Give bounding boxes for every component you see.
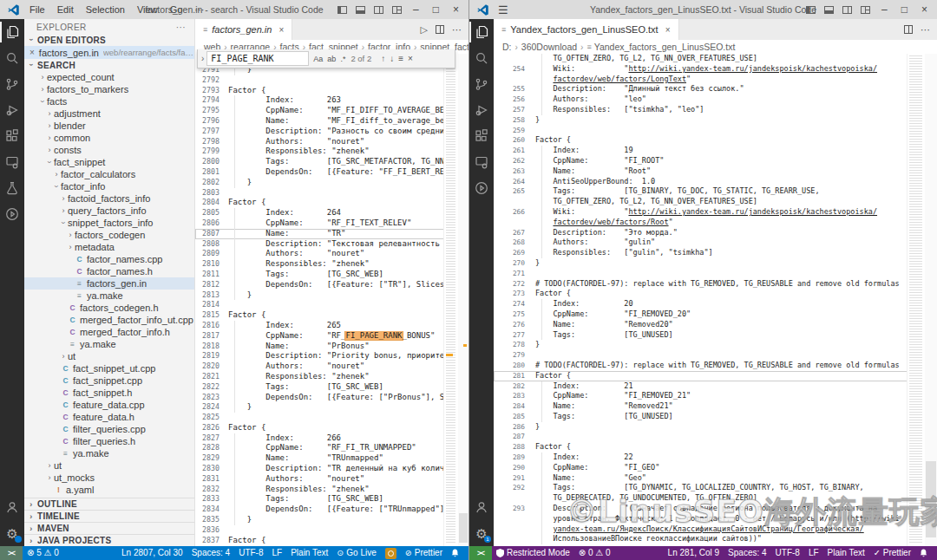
status-item[interactable]: ⊘Prettier bbox=[401, 546, 447, 560]
source-control-icon[interactable] bbox=[469, 71, 494, 97]
status-item[interactable]: LF bbox=[268, 546, 287, 560]
tree-folder-query_factors_info[interactable]: ›query_factors_info bbox=[24, 205, 194, 217]
tree-file-ya.make[interactable]: ≡ya.make bbox=[24, 290, 194, 302]
explorer-actions-icon[interactable]: ··· bbox=[176, 23, 186, 32]
extension-chip-icon[interactable] bbox=[381, 548, 401, 559]
scrollbar[interactable] bbox=[925, 54, 937, 546]
tree-folder-ut[interactable]: ›ut bbox=[24, 350, 194, 362]
run-file-icon[interactable]: ▷ bbox=[421, 24, 428, 36]
status-item[interactable]: Ln 281, Col 9 bbox=[664, 546, 724, 560]
breadcrumb-item[interactable]: 360Download bbox=[521, 42, 577, 52]
sidebar-section-java-projects[interactable]: ›JAVA PROJECTS bbox=[24, 534, 194, 546]
tree-file-fact_snippet.h[interactable]: Cfact_snippet.h bbox=[24, 387, 194, 399]
tab-close-icon[interactable]: × bbox=[278, 25, 284, 35]
tree-folder-ut[interactable]: ›ut bbox=[24, 459, 194, 472]
remote-indicator[interactable]: >< bbox=[469, 546, 492, 560]
status-item[interactable]: Ln 2807, Col 30 bbox=[117, 546, 187, 560]
close-button[interactable]: × bbox=[919, 0, 930, 19]
explorer-icon[interactable] bbox=[0, 19, 24, 45]
status-item[interactable]: LF bbox=[804, 546, 823, 560]
status-item[interactable]: UTF-8 bbox=[771, 546, 804, 560]
notifications-bell-icon[interactable] bbox=[915, 549, 932, 557]
tree-folder-expected_count[interactable]: ›expected_count bbox=[24, 71, 194, 83]
tree-folder-blender[interactable]: ›blender bbox=[24, 120, 194, 132]
find-in-selection-icon[interactable]: ≡ bbox=[398, 54, 403, 63]
tree-folder-snippet_factors_info[interactable]: ›snippet_factors_info bbox=[24, 217, 194, 229]
tab-yandex-factors[interactable]: ≡ Yandex_factors_gen_LinusSEO.txt × bbox=[494, 19, 679, 40]
problems-indicator[interactable]: ⊗ 0 ⚠ 0 bbox=[574, 546, 615, 560]
menu-item[interactable]: File bbox=[23, 0, 51, 19]
breadcrumb-item[interactable]: Yandex_factors_gen_LinusSEO.txt bbox=[594, 42, 736, 52]
maximize-button[interactable]: □ bbox=[430, 0, 442, 19]
status-item[interactable]: Plain Text bbox=[823, 546, 869, 560]
toggle-secondary-sidebar-icon[interactable] bbox=[374, 6, 383, 14]
tree-file-feature_data.h[interactable]: Cfeature_data.h bbox=[24, 411, 194, 423]
regex-icon[interactable]: .* bbox=[340, 55, 345, 63]
customize-layout-icon[interactable] bbox=[861, 6, 870, 14]
minimize-button[interactable]: – bbox=[879, 0, 890, 19]
tree-file-fact_snippet_ut.cpp[interactable]: Cfact_snippet_ut.cpp bbox=[24, 362, 194, 374]
sidebar-section-outline[interactable]: ›OUTLINE bbox=[24, 498, 194, 510]
tree-folder-facts[interactable]: ›facts bbox=[24, 95, 194, 107]
tab-factors-gen[interactable]: ≡ factors_gen.in × bbox=[195, 19, 292, 40]
search-icon[interactable] bbox=[0, 45, 24, 71]
extensions-icon[interactable] bbox=[469, 123, 494, 149]
settings-gear-icon[interactable]: ⚙1 bbox=[469, 520, 494, 546]
tree-folder-factors_codegen[interactable]: ›factors_codegen bbox=[24, 229, 194, 241]
scrollbar[interactable] bbox=[458, 54, 468, 546]
source-control-icon[interactable] bbox=[0, 71, 24, 97]
editor-more-actions-icon[interactable]: ⋯ bbox=[452, 24, 462, 36]
menu-hamburger-icon[interactable]: ☰ bbox=[493, 3, 514, 16]
close-button[interactable]: × bbox=[450, 0, 462, 19]
breadcrumb-item[interactable]: D: bbox=[502, 42, 512, 52]
explorer-icon[interactable] bbox=[469, 19, 494, 45]
toggle-sidebar-icon[interactable] bbox=[337, 6, 347, 14]
problems-indicator[interactable]: ⊗ 5 ⚠ 0 bbox=[23, 546, 63, 560]
tree-file-a.yaml[interactable]: !a.yaml bbox=[24, 484, 194, 496]
tree-folder-fact_snippet[interactable]: ›fact_snippet bbox=[24, 156, 194, 168]
code-editor[interactable]: 2791 }27922793Factor {2794 Index: 263279… bbox=[195, 54, 444, 546]
tree-file-filter_queries.cpp[interactable]: Cfilter_queries.cpp bbox=[24, 423, 194, 435]
tree-file-ya.make[interactable]: ≡ya.make bbox=[24, 447, 194, 459]
remote-explorer-icon[interactable] bbox=[469, 149, 494, 175]
folder-section-header[interactable]: ›SEARCH bbox=[24, 59, 194, 71]
run-debug-icon[interactable] bbox=[0, 97, 24, 123]
settings-gear-icon[interactable]: ⚙ bbox=[0, 520, 24, 546]
match-case-icon[interactable]: Aa bbox=[313, 55, 323, 63]
remote-explorer-icon[interactable] bbox=[0, 149, 24, 175]
find-input[interactable]: FI_PAGE_RANK bbox=[206, 51, 309, 66]
tree-folder-metadata[interactable]: ›metadata bbox=[24, 241, 194, 253]
status-item[interactable]: UTF-8 bbox=[234, 546, 267, 560]
tree-file-factors_codegen.h[interactable]: Cfactors_codegen.h bbox=[24, 302, 194, 314]
getting-started-icon[interactable] bbox=[0, 201, 24, 227]
tree-folder-adjustment[interactable]: ›adjustment bbox=[24, 107, 194, 120]
tree-file-feature_data.cpp[interactable]: Cfeature_data.cpp bbox=[24, 399, 194, 411]
account-icon[interactable] bbox=[0, 494, 24, 520]
tree-folder-factoid_factors_info[interactable]: ›factoid_factors_info bbox=[24, 192, 194, 205]
tree-folder-ut_mocks[interactable]: ›ut_mocks bbox=[24, 472, 194, 484]
minimap[interactable] bbox=[443, 54, 458, 546]
whole-word-icon[interactable]: ab bbox=[327, 55, 336, 63]
sidebar-section-timeline[interactable]: ›TIMELINE bbox=[24, 510, 194, 522]
minimap[interactable] bbox=[907, 54, 925, 546]
toggle-replace-icon[interactable]: › bbox=[201, 54, 204, 63]
getting-started-icon[interactable] bbox=[469, 175, 494, 201]
editor-more-actions-icon[interactable]: ⋯ bbox=[921, 24, 930, 36]
sidebar-section-maven[interactable]: ›MAVEN bbox=[24, 522, 194, 534]
toggle-secondary-sidebar-icon[interactable] bbox=[842, 6, 852, 14]
tree-file-filter_queries.h[interactable]: Cfilter_queries.h bbox=[24, 435, 194, 447]
open-editor-item[interactable]: × factors_gen.in web/rearrange/facts/fac… bbox=[24, 46, 194, 59]
status-item[interactable]: ⊙Go Live bbox=[332, 546, 380, 560]
restricted-mode-indicator[interactable]: Restricted Mode bbox=[492, 546, 574, 560]
tree-folder-factor_calculators[interactable]: ›factor_calculators bbox=[24, 168, 194, 180]
close-editor-icon[interactable]: × bbox=[29, 48, 35, 57]
menu-item[interactable]: Edit bbox=[51, 0, 80, 19]
notifications-bell-icon[interactable] bbox=[447, 549, 463, 557]
toggle-sidebar-icon[interactable] bbox=[806, 6, 816, 14]
account-icon[interactable] bbox=[469, 494, 494, 520]
tree-file-factors_gen.in[interactable]: ≡factors_gen.in bbox=[24, 277, 194, 290]
toggle-panel-icon[interactable] bbox=[356, 6, 365, 14]
extensions-icon[interactable] bbox=[0, 123, 24, 149]
tree-file-merged_factor_info.h[interactable]: Cmerged_factor_info.h bbox=[24, 326, 194, 338]
status-item[interactable]: Plain Text bbox=[286, 546, 332, 560]
